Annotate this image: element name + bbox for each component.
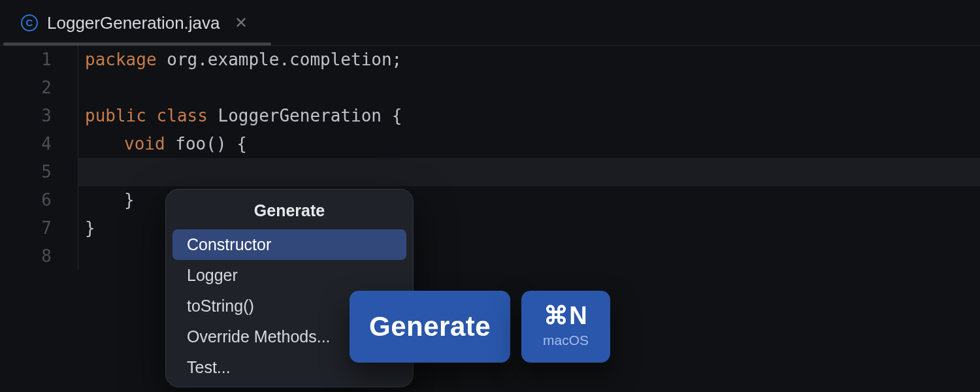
- action-tooltip: Generate: [350, 291, 510, 363]
- line-number: 6: [0, 186, 52, 214]
- shortcut-os: macOS: [543, 333, 589, 348]
- code-line: void foo() {: [85, 130, 980, 158]
- action-tooltip-label: Generate: [369, 311, 491, 342]
- svg-text:C: C: [26, 17, 33, 28]
- editor-tab[interactable]: C LoggerGeneration.java ✕: [9, 0, 259, 46]
- line-gutter: 1 2 3 4 5 6 7 8: [0, 46, 78, 270]
- code-line: [85, 74, 980, 102]
- code-editor[interactable]: 1 2 3 4 5 6 7 8 package org.example.comp…: [0, 46, 980, 270]
- code-line: public class LoggerGeneration {: [85, 102, 980, 130]
- generate-item-logger[interactable]: Logger: [172, 260, 406, 291]
- shortcut-keys: ⌘N: [544, 301, 587, 330]
- tab-filename: LoggerGeneration.java: [47, 13, 220, 33]
- line-number: 1: [0, 46, 52, 74]
- code-line-current: [78, 158, 980, 186]
- popup-title: Generate: [166, 189, 413, 229]
- line-number: 3: [0, 102, 52, 130]
- line-number: 5: [0, 158, 52, 186]
- code-line: package org.example.completion;: [85, 46, 980, 74]
- editor-tabbar: C LoggerGeneration.java ✕: [0, 0, 980, 46]
- close-icon[interactable]: ✕: [235, 15, 248, 31]
- generate-item-constructor[interactable]: Constructor: [172, 229, 406, 260]
- line-number: 2: [0, 74, 52, 102]
- line-number: 8: [0, 242, 52, 270]
- line-number: 7: [0, 214, 52, 242]
- shortcut-tooltip: ⌘N macOS: [521, 291, 610, 363]
- line-number: 4: [0, 130, 52, 158]
- class-icon: C: [21, 14, 38, 31]
